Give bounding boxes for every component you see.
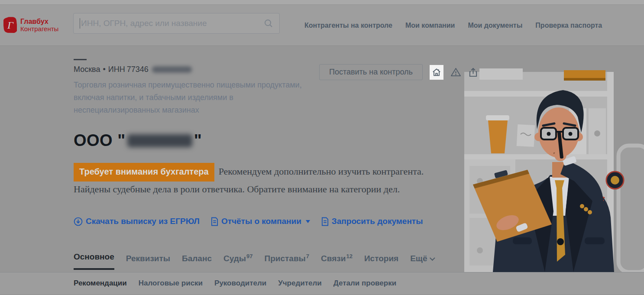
meta-separator: • <box>103 65 105 74</box>
document-actions: Скачать выписку из ЕГРЮЛ Отчёты о компан… <box>74 217 423 226</box>
subtab-tax-risks[interactable]: Налоговые риски <box>139 279 203 288</box>
company-name-title: ООО " " <box>74 131 202 150</box>
nav-item-my-companies[interactable]: Мои компании <box>405 22 455 29</box>
inspector-illustration <box>464 68 644 272</box>
attention-badge: Требует внимания бухгалтера <box>74 163 214 182</box>
download-icon <box>74 217 83 226</box>
subtab-managers[interactable]: Руководители <box>214 279 266 288</box>
company-meta: Москва • ИНН 77346 <box>74 65 192 74</box>
search-placeholder: ИНН, ОГРН, адрес или название <box>81 19 264 28</box>
nav-item-passport-check[interactable]: Проверка паспорта <box>535 22 602 29</box>
company-tabs: Основное Реквизиты Баланс Суды97 Пристав… <box>74 252 433 270</box>
dropdown-arrow-icon <box>306 220 310 223</box>
home-icon[interactable] <box>432 68 441 77</box>
control-row: Поставить на контроль <box>319 64 478 80</box>
logo-line1: Главбух <box>20 18 58 25</box>
warning-icon[interactable] <box>450 67 461 77</box>
subtab-check-details[interactable]: Детали проверки <box>333 279 396 288</box>
chevron-down-icon <box>430 255 435 261</box>
tab-courts[interactable]: Суды97 <box>223 253 253 270</box>
logo-line2: Контрагенты <box>20 25 58 32</box>
tab-courts-count: 97 <box>246 253 252 259</box>
search-icon[interactable] <box>264 19 273 28</box>
request-documents-link[interactable]: Запросить документы <box>321 217 423 226</box>
company-name-prefix: ООО " <box>74 131 126 150</box>
tab-connections-count: 12 <box>346 253 352 259</box>
svg-text:Г: Г <box>7 19 14 31</box>
company-name-blurred <box>127 134 192 147</box>
subnav: Рекомендации Налоговые риски Руководител… <box>0 272 644 294</box>
inn-value-visible: 77346 <box>127 65 149 74</box>
share-icon[interactable] <box>468 67 478 78</box>
home-icon-spotlight[interactable] <box>430 65 443 80</box>
company-hero: Москва • ИНН 77346 Торговля розничная пр… <box>0 46 644 272</box>
company-activity: Торговля розничная преимущественно пищев… <box>74 79 320 117</box>
header: Г Главбух Контрагенты ИНН, ОГРН, адрес и… <box>0 5 644 46</box>
main-nav: Контрагенты на контроле Мои компании Мои… <box>304 5 602 46</box>
tab-requisites[interactable]: Реквизиты <box>126 254 170 270</box>
company-name-suffix: " <box>194 131 202 150</box>
search-box[interactable]: ИНН, ОГРН, адрес или название <box>73 13 280 34</box>
company-reports-link[interactable]: Отчёты о компании <box>211 217 310 226</box>
company-city: Москва <box>74 65 100 74</box>
subtab-recommendations[interactable]: Рекомендации <box>74 279 127 288</box>
inn-label: ИНН <box>108 65 125 74</box>
tab-main[interactable]: Основное <box>74 252 114 270</box>
logo-text: Главбух Контрагенты <box>20 18 58 32</box>
tab-history[interactable]: История <box>364 254 398 270</box>
tab-connections[interactable]: Связи12 <box>321 253 353 270</box>
nav-item-control[interactable]: Контрагенты на контроле <box>304 22 392 29</box>
logo[interactable]: Г Главбух Контрагенты <box>3 17 58 33</box>
download-egrul-link[interactable]: Скачать выписку из ЕГРЮЛ <box>74 217 200 226</box>
tab-more[interactable]: Ещё <box>410 254 433 270</box>
logo-icon: Г <box>3 17 17 33</box>
document-icon <box>321 217 329 226</box>
tab-balance[interactable]: Баланс <box>182 254 212 270</box>
tab-bailiffs[interactable]: Приставы7 <box>265 253 310 270</box>
tab-bailiffs-count: 7 <box>306 253 309 259</box>
page-top-strip <box>0 0 644 5</box>
breadcrumb-dash <box>74 59 87 60</box>
inn-blurred-part <box>152 66 192 73</box>
text-caret <box>80 18 80 29</box>
report-icon <box>211 217 218 226</box>
subtab-founders[interactable]: Учредители <box>278 279 322 288</box>
recommendation-paragraph: Требует внимания бухгалтераРекомендуем д… <box>74 163 437 197</box>
watch-company-button[interactable]: Поставить на контроль <box>319 64 423 80</box>
nav-item-my-documents[interactable]: Мои документы <box>468 22 522 29</box>
